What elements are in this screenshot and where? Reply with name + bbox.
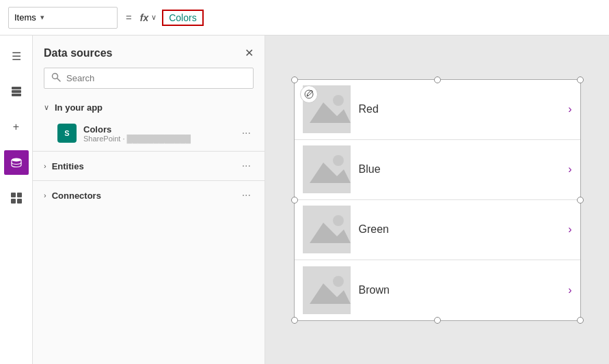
search-icon [51,72,61,84]
svg-point-16 [333,155,344,166]
gallery-item-chevron[interactable]: › [568,284,571,296]
svg-rect-7 [17,199,22,204]
main-layout: ☰ + Data sour [0,36,609,364]
divider-1 [33,151,265,152]
gallery-thumb [303,266,351,314]
formula-value-box[interactable]: Colors [162,10,203,26]
handle-mid-left[interactable] [291,197,298,204]
gallery-thumb [303,206,351,253]
source-name: Colors [83,124,232,135]
gallery-item-chevron[interactable]: › [568,163,571,176]
panel-title: Data sources [44,47,113,59]
panel-header: Data sources ✕ [33,36,265,65]
gallery-list: Red › Blue › Green › [295,80,580,320]
gallery-item-label: Brown [359,284,560,296]
fx-chevron-icon[interactable]: ∨ [151,13,157,22]
connectors-options-button[interactable]: ··· [239,189,254,201]
sidebar-item-menu[interactable]: ☰ [4,44,29,68]
section-chevron-icon: ∨ [44,103,49,112]
connectors-label: Connectors [52,191,101,201]
edit-icon[interactable] [300,85,318,103]
source-options-button[interactable]: ··· [239,127,254,139]
svg-rect-4 [11,193,16,197]
panel-close-button[interactable]: ✕ [245,46,254,59]
handle-top-left[interactable] [291,76,298,83]
search-input[interactable] [66,73,246,83]
section-label: In your app [55,102,103,113]
handle-bottom-left[interactable] [291,317,298,324]
sidebar-item-layers[interactable] [4,79,29,104]
svg-rect-5 [17,193,22,197]
colors-source-icon: S [57,124,77,143]
gallery-item-chevron[interactable]: › [568,223,571,236]
sidebar-item-add[interactable]: + [4,115,29,139]
source-sub: SharePoint · ████████████ [83,135,232,143]
sidebar-item-components[interactable] [4,186,29,210]
gallery-container: Red › Blue › Green › [294,79,581,321]
entities-label: Entities [52,161,84,171]
equals-sign: = [123,12,135,23]
gallery-item-label: Red [359,103,560,115]
handle-bottom-mid[interactable] [434,317,441,324]
gallery-item-chevron[interactable]: › [568,103,571,115]
gallery-item[interactable]: Blue › [295,140,580,200]
fx-label: fx [140,12,148,23]
svg-point-13 [333,95,344,106]
gallery-item[interactable]: Red › [295,80,580,140]
svg-point-19 [333,215,344,226]
svg-rect-6 [11,199,16,204]
section-in-your-app[interactable]: ∨ In your app [33,97,265,118]
dropdown-chevron: ▾ [40,13,44,22]
handle-mid-right[interactable] [577,197,584,204]
connectors-chevron-icon: › [44,191,46,199]
svg-rect-1 [12,90,21,93]
svg-rect-0 [12,87,21,89]
gallery-item-label: Blue [359,163,560,176]
svg-rect-2 [12,94,21,96]
sidebar-item-data[interactable] [4,150,29,175]
gallery-item-label: Green [359,223,560,236]
icon-bar: ☰ + [0,36,33,364]
entities-chevron-icon: › [44,162,46,170]
source-info: Colors SharePoint · ████████████ [83,124,232,143]
entities-options-button[interactable]: ··· [239,160,254,172]
svg-line-9 [57,79,61,82]
fx-area: fx ∨ [140,12,157,23]
handle-top-right[interactable] [577,76,584,83]
gallery-item[interactable]: Brown › [295,260,580,320]
search-box[interactable] [44,68,254,89]
dropdown-value: Items [14,12,36,23]
svg-point-10 [305,90,313,98]
sources-list: ∨ In your app S Colors SharePoint · ████… [33,97,265,364]
svg-point-3 [12,158,21,162]
section-connectors[interactable]: › Connectors ··· [33,184,265,207]
data-sources-panel: Data sources ✕ ∨ In your app S [33,36,265,364]
handle-top-mid[interactable] [434,76,441,83]
canvas-area: Red › Blue › Green › [265,36,609,364]
section-entities[interactable]: › Entities ··· [33,154,265,178]
gallery-item[interactable]: Green › [295,200,580,260]
handle-bottom-right[interactable] [577,317,584,324]
formula-value: Colors [169,12,196,23]
formula-dropdown[interactable]: Items ▾ [8,7,118,29]
data-source-colors[interactable]: S Colors SharePoint · ████████████ ··· [33,118,265,148]
gallery-thumb [303,145,351,193]
top-bar: Items ▾ = fx ∨ Colors [0,0,609,36]
divider-2 [33,180,265,181]
svg-point-22 [333,276,344,287]
